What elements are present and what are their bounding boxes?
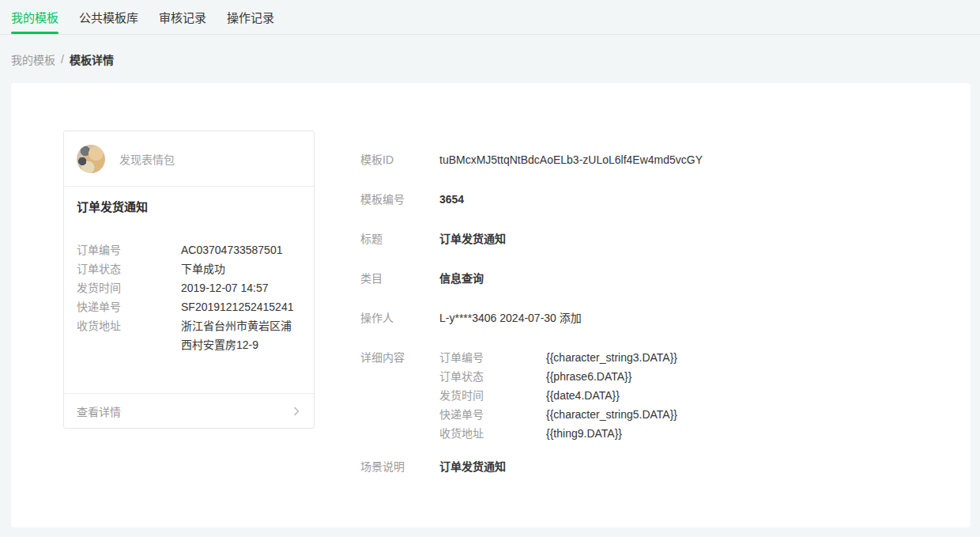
preview-field-row: 快递单号 SF2019121252415241: [77, 297, 301, 316]
account-avatar: [77, 145, 105, 173]
content-row: 收货地址 {{thing9.DATA}}: [439, 424, 677, 443]
breadcrumb: 我的模板 / 模板详情: [0, 35, 980, 83]
view-details-button[interactable]: 查看详情: [64, 393, 314, 428]
preview-message-title: 订单发货通知: [77, 199, 301, 215]
breadcrumb-current: 模板详情: [70, 51, 114, 67]
content-field-placeholder: {{thing9.DATA}}: [546, 424, 622, 443]
detail-row-content: 详细内容 订单编号 {{character_string3.DATA}} 订单状…: [360, 348, 939, 443]
template-preview-card: 发现表情包 订单发货通知 订单编号 AC03704733587501 订单状态 …: [63, 130, 315, 429]
detail-label: 详细内容: [360, 348, 439, 443]
preview-field-label: 订单编号: [77, 240, 181, 259]
tab-review-records[interactable]: 审核记录: [159, 0, 206, 34]
template-detail-panel: 发现表情包 订单发货通知 订单编号 AC03704733587501 订单状态 …: [11, 83, 971, 528]
detail-value: 信息查询: [439, 269, 484, 288]
detail-label: 类目: [360, 269, 439, 288]
preview-field-row: 订单状态 下单成功: [77, 259, 301, 278]
tab-label: 审核记录: [159, 9, 206, 25]
tab-public-template-library[interactable]: 公共模板库: [79, 0, 138, 34]
detail-row-category: 类目 信息查询: [360, 269, 939, 288]
detail-value: 订单发货通知: [439, 457, 506, 476]
content-field-placeholder: {{character_string5.DATA}}: [546, 405, 677, 424]
template-detail-page: 我的模板 公共模板库 审核记录 操作记录 我的模板 / 模板详情 发现表情包 订…: [0, 0, 980, 537]
preview-field-value: 浙江省台州市黄岩区浦西村安置房12-9: [181, 316, 301, 354]
detail-value: L-y****3406 2024-07-30 添加: [439, 308, 582, 327]
content-field-placeholder: {{date4.DATA}}: [546, 386, 620, 405]
detail-value: 3654: [439, 190, 464, 209]
detail-label: 标题: [360, 229, 439, 248]
preview-field-list: 订单编号 AC03704733587501 订单状态 下单成功 发货时间 201…: [77, 240, 301, 354]
preview-field-value: 2019-12-07 14:57: [181, 278, 301, 297]
preview-field-label: 快递单号: [77, 297, 181, 316]
detail-value: tuBMcxMJ5ttqNtBdcAoELb3-zULoL6lf4Ew4md5v…: [439, 150, 703, 169]
chevron-right-icon: [290, 405, 303, 418]
preview-field-label: 收货地址: [77, 316, 181, 354]
detail-row-scene: 场景说明 订单发货通知: [360, 457, 939, 476]
content-row: 快递单号 {{character_string5.DATA}}: [439, 405, 677, 424]
detail-label: 操作人: [360, 308, 439, 327]
content-row: 发货时间 {{date4.DATA}}: [439, 386, 677, 405]
breadcrumb-parent-link[interactable]: 我的模板: [11, 51, 55, 67]
tab-operation-records[interactable]: 操作记录: [227, 0, 274, 34]
content-field-label: 订单状态: [439, 367, 546, 386]
preview-field-label: 订单状态: [77, 259, 181, 278]
detail-value: 订单发货通知: [439, 229, 506, 248]
detail-row-template-number: 模板编号 3654: [360, 190, 939, 209]
template-content-rows: 订单编号 {{character_string3.DATA}} 订单状态 {{p…: [439, 348, 677, 443]
account-name: 发现表情包: [119, 151, 175, 167]
tab-label: 操作记录: [227, 9, 274, 25]
preview-field-row: 发货时间 2019-12-07 14:57: [77, 278, 301, 297]
tab-label: 公共模板库: [79, 9, 138, 25]
preview-field-row: 订单编号 AC03704733587501: [77, 240, 301, 259]
detail-row-title: 标题 订单发货通知: [360, 229, 939, 248]
preview-card-body: 订单发货通知 订单编号 AC03704733587501 订单状态 下单成功 发…: [64, 187, 314, 393]
tab-label: 我的模板: [11, 9, 58, 25]
detail-label: 模板编号: [360, 190, 439, 209]
preview-card-header: 发现表情包: [64, 131, 314, 187]
content-field-placeholder: {{character_string3.DATA}}: [546, 348, 677, 367]
preview-field-row: 收货地址 浙江省台州市黄岩区浦西村安置房12-9: [77, 316, 301, 354]
detail-row-operator: 操作人 L-y****3406 2024-07-30 添加: [360, 308, 939, 327]
tab-my-templates[interactable]: 我的模板: [11, 0, 58, 34]
template-detail-fields: 模板ID tuBMcxMJ5ttqNtBdcAoELb3-zULoL6lf4Ew…: [360, 130, 939, 528]
preview-field-value: 下单成功: [181, 259, 301, 278]
preview-field-value: AC03704733587501: [181, 240, 301, 259]
detail-label: 场景说明: [360, 457, 439, 476]
preview-field-value: SF2019121252415241: [181, 297, 301, 316]
breadcrumb-separator: /: [61, 53, 64, 66]
content-field-label: 快递单号: [439, 405, 546, 424]
content-field-label: 订单编号: [439, 348, 546, 367]
content-field-label: 收货地址: [439, 424, 546, 443]
preview-field-label: 发货时间: [77, 278, 181, 297]
active-tab-underline: [11, 32, 58, 34]
content-row: 订单编号 {{character_string3.DATA}}: [439, 348, 677, 367]
detail-label: 模板ID: [360, 150, 439, 169]
detail-row-template-id: 模板ID tuBMcxMJ5ttqNtBdcAoELb3-zULoL6lf4Ew…: [360, 150, 939, 169]
content-field-placeholder: {{phrase6.DATA}}: [546, 367, 631, 386]
content-row: 订单状态 {{phrase6.DATA}}: [439, 367, 677, 386]
top-tab-bar: 我的模板 公共模板库 审核记录 操作记录: [0, 0, 980, 35]
view-details-label: 查看详情: [77, 403, 121, 419]
content-field-label: 发货时间: [439, 386, 546, 405]
